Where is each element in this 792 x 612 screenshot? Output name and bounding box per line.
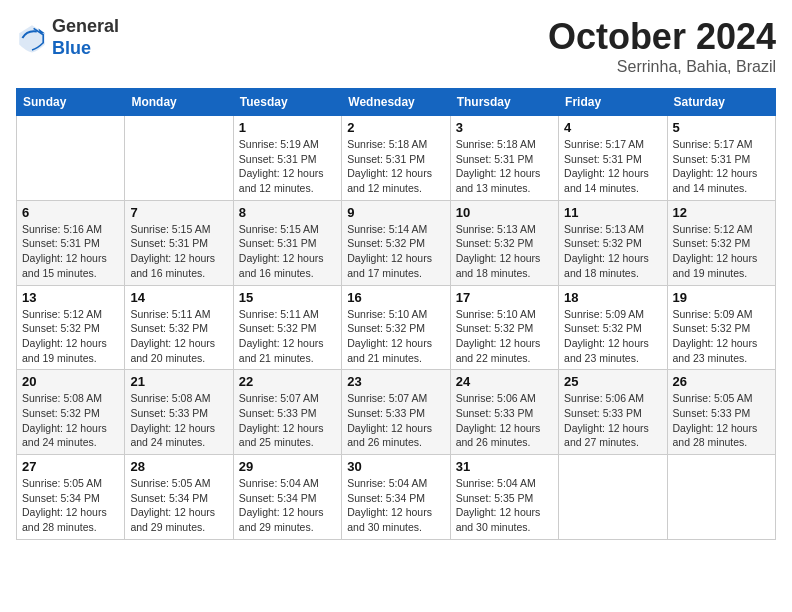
calendar-cell: 23 Sunrise: 5:07 AMSunset: 5:33 PMDaylig…: [342, 370, 450, 455]
calendar-cell: 5 Sunrise: 5:17 AMSunset: 5:31 PMDayligh…: [667, 116, 775, 201]
calendar-cell: 3 Sunrise: 5:18 AMSunset: 5:31 PMDayligh…: [450, 116, 558, 201]
day-number: 29: [239, 459, 336, 474]
calendar-week-row: 20 Sunrise: 5:08 AMSunset: 5:32 PMDaylig…: [17, 370, 776, 455]
day-number: 1: [239, 120, 336, 135]
calendar-cell: 12 Sunrise: 5:12 AMSunset: 5:32 PMDaylig…: [667, 200, 775, 285]
calendar-cell: 10 Sunrise: 5:13 AMSunset: 5:32 PMDaylig…: [450, 200, 558, 285]
weekday-header-monday: Monday: [125, 89, 233, 116]
day-info: Sunrise: 5:08 AMSunset: 5:32 PMDaylight:…: [22, 391, 119, 450]
calendar-cell: 22 Sunrise: 5:07 AMSunset: 5:33 PMDaylig…: [233, 370, 341, 455]
calendar-cell: [559, 455, 667, 540]
calendar-cell: 27 Sunrise: 5:05 AMSunset: 5:34 PMDaylig…: [17, 455, 125, 540]
day-info: Sunrise: 5:14 AMSunset: 5:32 PMDaylight:…: [347, 222, 444, 281]
calendar-cell: 26 Sunrise: 5:05 AMSunset: 5:33 PMDaylig…: [667, 370, 775, 455]
day-info: Sunrise: 5:17 AMSunset: 5:31 PMDaylight:…: [564, 137, 661, 196]
calendar-week-row: 27 Sunrise: 5:05 AMSunset: 5:34 PMDaylig…: [17, 455, 776, 540]
month-year: October 2024: [548, 16, 776, 58]
day-number: 9: [347, 205, 444, 220]
day-number: 6: [22, 205, 119, 220]
day-number: 8: [239, 205, 336, 220]
day-info: Sunrise: 5:15 AMSunset: 5:31 PMDaylight:…: [239, 222, 336, 281]
day-info: Sunrise: 5:12 AMSunset: 5:32 PMDaylight:…: [673, 222, 770, 281]
day-info: Sunrise: 5:18 AMSunset: 5:31 PMDaylight:…: [456, 137, 553, 196]
day-info: Sunrise: 5:06 AMSunset: 5:33 PMDaylight:…: [456, 391, 553, 450]
day-info: Sunrise: 5:09 AMSunset: 5:32 PMDaylight:…: [564, 307, 661, 366]
day-info: Sunrise: 5:05 AMSunset: 5:33 PMDaylight:…: [673, 391, 770, 450]
day-number: 14: [130, 290, 227, 305]
location: Serrinha, Bahia, Brazil: [548, 58, 776, 76]
weekday-header-sunday: Sunday: [17, 89, 125, 116]
day-number: 23: [347, 374, 444, 389]
calendar-cell: 21 Sunrise: 5:08 AMSunset: 5:33 PMDaylig…: [125, 370, 233, 455]
day-info: Sunrise: 5:12 AMSunset: 5:32 PMDaylight:…: [22, 307, 119, 366]
day-info: Sunrise: 5:18 AMSunset: 5:31 PMDaylight:…: [347, 137, 444, 196]
day-number: 26: [673, 374, 770, 389]
day-number: 21: [130, 374, 227, 389]
calendar-cell: 9 Sunrise: 5:14 AMSunset: 5:32 PMDayligh…: [342, 200, 450, 285]
day-number: 16: [347, 290, 444, 305]
calendar-cell: 30 Sunrise: 5:04 AMSunset: 5:34 PMDaylig…: [342, 455, 450, 540]
calendar-cell: [667, 455, 775, 540]
calendar-cell: 7 Sunrise: 5:15 AMSunset: 5:31 PMDayligh…: [125, 200, 233, 285]
calendar-cell: [17, 116, 125, 201]
day-number: 5: [673, 120, 770, 135]
day-number: 31: [456, 459, 553, 474]
calendar-cell: 25 Sunrise: 5:06 AMSunset: 5:33 PMDaylig…: [559, 370, 667, 455]
day-info: Sunrise: 5:19 AMSunset: 5:31 PMDaylight:…: [239, 137, 336, 196]
calendar-cell: 2 Sunrise: 5:18 AMSunset: 5:31 PMDayligh…: [342, 116, 450, 201]
day-info: Sunrise: 5:17 AMSunset: 5:31 PMDaylight:…: [673, 137, 770, 196]
day-number: 25: [564, 374, 661, 389]
weekday-header-row: SundayMondayTuesdayWednesdayThursdayFrid…: [17, 89, 776, 116]
calendar-table: SundayMondayTuesdayWednesdayThursdayFrid…: [16, 88, 776, 540]
day-number: 19: [673, 290, 770, 305]
day-info: Sunrise: 5:09 AMSunset: 5:32 PMDaylight:…: [673, 307, 770, 366]
calendar-cell: 13 Sunrise: 5:12 AMSunset: 5:32 PMDaylig…: [17, 285, 125, 370]
day-info: Sunrise: 5:10 AMSunset: 5:32 PMDaylight:…: [456, 307, 553, 366]
day-info: Sunrise: 5:08 AMSunset: 5:33 PMDaylight:…: [130, 391, 227, 450]
day-number: 28: [130, 459, 227, 474]
logo-blue-text: Blue: [52, 38, 91, 58]
calendar-cell: 31 Sunrise: 5:04 AMSunset: 5:35 PMDaylig…: [450, 455, 558, 540]
day-number: 7: [130, 205, 227, 220]
calendar-week-row: 13 Sunrise: 5:12 AMSunset: 5:32 PMDaylig…: [17, 285, 776, 370]
day-info: Sunrise: 5:13 AMSunset: 5:32 PMDaylight:…: [564, 222, 661, 281]
day-info: Sunrise: 5:04 AMSunset: 5:34 PMDaylight:…: [347, 476, 444, 535]
calendar-cell: 24 Sunrise: 5:06 AMSunset: 5:33 PMDaylig…: [450, 370, 558, 455]
day-info: Sunrise: 5:13 AMSunset: 5:32 PMDaylight:…: [456, 222, 553, 281]
calendar-cell: 19 Sunrise: 5:09 AMSunset: 5:32 PMDaylig…: [667, 285, 775, 370]
day-info: Sunrise: 5:11 AMSunset: 5:32 PMDaylight:…: [239, 307, 336, 366]
calendar-cell: 11 Sunrise: 5:13 AMSunset: 5:32 PMDaylig…: [559, 200, 667, 285]
day-number: 20: [22, 374, 119, 389]
weekday-header-thursday: Thursday: [450, 89, 558, 116]
day-info: Sunrise: 5:11 AMSunset: 5:32 PMDaylight:…: [130, 307, 227, 366]
calendar-cell: 18 Sunrise: 5:09 AMSunset: 5:32 PMDaylig…: [559, 285, 667, 370]
day-number: 30: [347, 459, 444, 474]
day-number: 2: [347, 120, 444, 135]
day-number: 22: [239, 374, 336, 389]
calendar-cell: [125, 116, 233, 201]
calendar-cell: 14 Sunrise: 5:11 AMSunset: 5:32 PMDaylig…: [125, 285, 233, 370]
day-info: Sunrise: 5:06 AMSunset: 5:33 PMDaylight:…: [564, 391, 661, 450]
calendar-cell: 6 Sunrise: 5:16 AMSunset: 5:31 PMDayligh…: [17, 200, 125, 285]
calendar-week-row: 6 Sunrise: 5:16 AMSunset: 5:31 PMDayligh…: [17, 200, 776, 285]
day-info: Sunrise: 5:04 AMSunset: 5:35 PMDaylight:…: [456, 476, 553, 535]
day-info: Sunrise: 5:04 AMSunset: 5:34 PMDaylight:…: [239, 476, 336, 535]
day-info: Sunrise: 5:16 AMSunset: 5:31 PMDaylight:…: [22, 222, 119, 281]
day-number: 17: [456, 290, 553, 305]
title-block: October 2024 Serrinha, Bahia, Brazil: [548, 16, 776, 76]
day-number: 13: [22, 290, 119, 305]
day-number: 3: [456, 120, 553, 135]
weekday-header-friday: Friday: [559, 89, 667, 116]
day-info: Sunrise: 5:07 AMSunset: 5:33 PMDaylight:…: [347, 391, 444, 450]
day-number: 10: [456, 205, 553, 220]
day-info: Sunrise: 5:15 AMSunset: 5:31 PMDaylight:…: [130, 222, 227, 281]
calendar-cell: 17 Sunrise: 5:10 AMSunset: 5:32 PMDaylig…: [450, 285, 558, 370]
day-info: Sunrise: 5:05 AMSunset: 5:34 PMDaylight:…: [22, 476, 119, 535]
day-number: 18: [564, 290, 661, 305]
calendar-week-row: 1 Sunrise: 5:19 AMSunset: 5:31 PMDayligh…: [17, 116, 776, 201]
calendar-cell: 16 Sunrise: 5:10 AMSunset: 5:32 PMDaylig…: [342, 285, 450, 370]
logo: General Blue: [16, 16, 119, 59]
day-info: Sunrise: 5:10 AMSunset: 5:32 PMDaylight:…: [347, 307, 444, 366]
calendar-cell: 15 Sunrise: 5:11 AMSunset: 5:32 PMDaylig…: [233, 285, 341, 370]
weekday-header-tuesday: Tuesday: [233, 89, 341, 116]
